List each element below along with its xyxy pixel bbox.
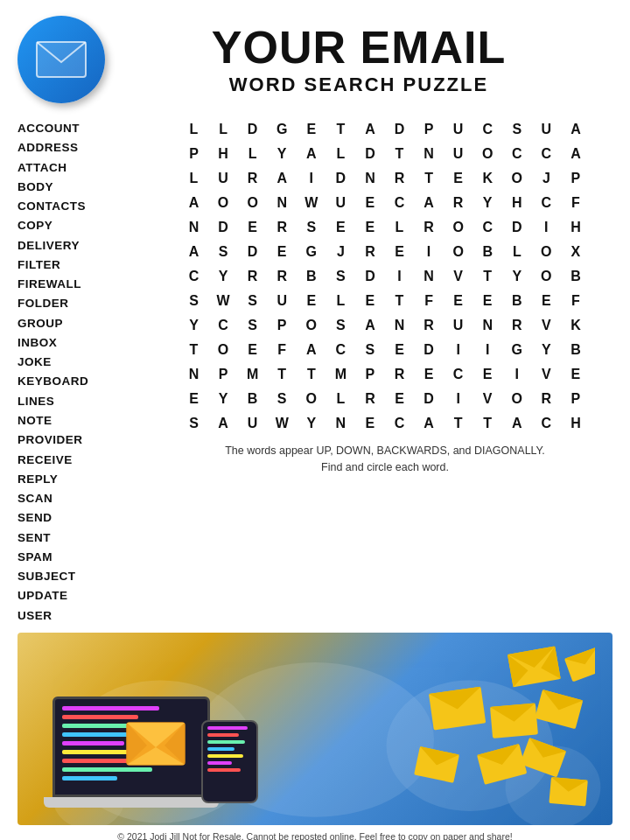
- grid-cell: D: [238, 240, 267, 264]
- grid-cell: G: [297, 240, 326, 264]
- grid-cell: A: [561, 117, 590, 142]
- grid-cell: H: [502, 191, 531, 215]
- grid-cell: N: [179, 362, 208, 387]
- grid-cell: D: [238, 117, 267, 142]
- grid-cell: E: [385, 387, 414, 411]
- word-list-item: SEND: [18, 508, 158, 528]
- grid-cell: C: [326, 338, 355, 362]
- grid-cell: C: [532, 411, 561, 436]
- grid-cell: U: [444, 313, 472, 338]
- grid-cell: C: [385, 411, 414, 436]
- grid-cell: W: [268, 411, 297, 436]
- grid-cell: C: [502, 142, 531, 166]
- title-block: YOUR EMAIL WORD SEARCH PUZZLE: [105, 23, 604, 95]
- grid-cell: E: [355, 411, 384, 436]
- grid-cell: I: [297, 166, 326, 191]
- grid-cell: D: [502, 215, 531, 240]
- grid-cell: A: [179, 191, 208, 215]
- grid-cell: E: [238, 338, 267, 362]
- grid-cell: S: [179, 289, 208, 313]
- grid-cell: F: [268, 338, 297, 362]
- grid-cell: Y: [179, 313, 208, 338]
- grid-cell: U: [238, 411, 267, 436]
- instructions-line1: The words appear UP, DOWN, BACKWARDS, an…: [225, 444, 545, 457]
- flying-envelopes-svg: [341, 641, 595, 825]
- phone: [201, 720, 258, 803]
- word-list-item: SENT: [18, 528, 158, 548]
- grid-cell: L: [179, 166, 208, 191]
- grid-cell: S: [238, 289, 267, 313]
- grid-cell: P: [561, 387, 590, 411]
- instructions: The words appear UP, DOWN, BACKWARDS, an…: [225, 443, 545, 476]
- grid-cell: E: [355, 191, 384, 215]
- grid-cell: R: [238, 166, 267, 191]
- grid-cell: O: [473, 142, 502, 166]
- grid-cell: E: [297, 289, 326, 313]
- grid-cell: A: [561, 142, 590, 166]
- grid-cell: U: [444, 142, 472, 166]
- grid-cell: N: [268, 191, 297, 215]
- grid-cell: I: [415, 240, 444, 264]
- word-list-item: COPY: [18, 216, 158, 235]
- grid-cell: O: [532, 240, 561, 264]
- grid-cell: A: [415, 191, 444, 215]
- grid-cell: U: [532, 117, 561, 142]
- grid-cell: D: [355, 142, 384, 166]
- grid-cell: R: [385, 362, 414, 387]
- grid-cell: B: [297, 264, 326, 289]
- grid-cell: L: [385, 215, 414, 240]
- grid-cell: Y: [502, 264, 531, 289]
- illustration: [18, 633, 612, 825]
- grid-cell: L: [502, 240, 531, 264]
- grid-cell: T: [268, 362, 297, 387]
- laptop-screen: [52, 696, 210, 797]
- grid-cell: W: [209, 289, 238, 313]
- grid-cell: S: [502, 117, 531, 142]
- word-list-item: REPLY: [18, 470, 158, 489]
- grid-cell: T: [444, 411, 472, 436]
- grid-cell: C: [385, 191, 414, 215]
- word-list-item: USER: [18, 606, 158, 626]
- grid-cell: E: [473, 289, 502, 313]
- grid-cell: B: [473, 240, 502, 264]
- word-list-item: BODY: [18, 178, 158, 197]
- grid-cell: E: [238, 215, 267, 240]
- grid-cell: O: [502, 166, 531, 191]
- grid-cell: A: [502, 411, 531, 436]
- grid-cell: V: [444, 264, 472, 289]
- screen-envelope-icon: [125, 721, 186, 766]
- grid-cell: E: [415, 362, 444, 387]
- grid-cell: T: [473, 411, 502, 436]
- grid-cell: R: [502, 313, 531, 338]
- grid-cell: W: [297, 191, 326, 215]
- email-icon-circle: [18, 16, 105, 103]
- grid-cell: J: [326, 240, 355, 264]
- grid-cell: E: [355, 215, 384, 240]
- grid-cell: D: [326, 166, 355, 191]
- grid-cell: R: [444, 191, 472, 215]
- grid-cell: R: [385, 166, 414, 191]
- word-list-item: SPAM: [18, 548, 158, 567]
- grid-cell: G: [502, 338, 531, 362]
- grid-cell: H: [561, 215, 590, 240]
- grid-cell: U: [209, 166, 238, 191]
- word-list-item: DELIVERY: [18, 236, 158, 256]
- word-list-item: PROVIDER: [18, 430, 158, 450]
- grid-cell: L: [179, 117, 208, 142]
- grid-cell: L: [326, 289, 355, 313]
- grid-cell: A: [355, 117, 384, 142]
- word-list: ACCOUNTADDRESSATTACHBODYCONTACTSCOPYDELI…: [18, 116, 158, 626]
- grid-cell: E: [385, 338, 414, 362]
- grid-cell: E: [326, 215, 355, 240]
- grid-cell: A: [415, 411, 444, 436]
- word-grid: LLDGETADPUCSUAPHLYALDTNUOCCALURAIDNRTEKO…: [179, 117, 591, 436]
- word-list-item: FIREWALL: [18, 275, 158, 294]
- grid-cell: R: [268, 264, 297, 289]
- grid-cell: C: [444, 362, 472, 387]
- grid-cell: G: [268, 117, 297, 142]
- grid-cell: E: [355, 289, 384, 313]
- grid-cell: L: [238, 142, 267, 166]
- grid-cell: S: [297, 215, 326, 240]
- instructions-line2: Find and circle each word.: [321, 461, 449, 473]
- grid-cell: C: [473, 215, 502, 240]
